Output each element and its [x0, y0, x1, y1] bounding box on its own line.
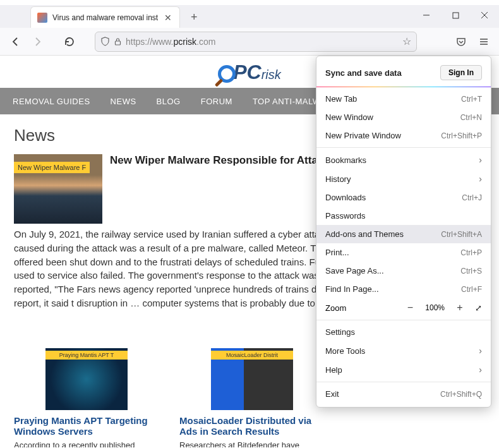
zoom-in-button[interactable]: + [454, 302, 466, 313]
menu-shortcut: Ctrl+S [460, 267, 482, 275]
chevron-right-icon: › [479, 174, 482, 184]
menu-shortcut: Ctrl+P [460, 248, 482, 257]
magnifier-icon [218, 65, 236, 83]
chevron-right-icon: › [479, 155, 482, 165]
menu-item-label: Exit [325, 389, 339, 399]
titlebar [0, 0, 499, 5]
menu-item-history[interactable]: History› [316, 169, 491, 188]
card-label: MosaicLoader Distrit [211, 351, 293, 360]
svg-rect-1 [453, 13, 459, 18]
menu-item-settings[interactable]: Settings [316, 323, 491, 341]
menu-item-label: Passwords [325, 211, 366, 221]
card-mosaic: MosaicLoader Distrit MosaicLoader Distri… [179, 348, 325, 448]
menu-item-save-page-as[interactable]: Save Page As...Ctrl+S [316, 262, 491, 280]
menu-item-bookmarks[interactable]: Bookmarks› [316, 150, 491, 169]
toolbar: https://www.pcrisk.com ☆ [0, 28, 499, 56]
url-bar[interactable]: https://www.pcrisk.com ☆ [95, 32, 417, 52]
chevron-right-icon: › [479, 365, 482, 375]
site-logo[interactable]: PCrisk [218, 61, 281, 83]
bookmark-star-icon[interactable]: ☆ [402, 35, 411, 47]
menu-shortcut: Ctrl+Shift+A [441, 230, 482, 239]
menu-item-exit[interactable]: ExitCtrl+Shift+Q [316, 385, 491, 403]
menu-item-downloads[interactable]: DownloadsCtrl+J [316, 188, 491, 207]
menu-item-more-tools[interactable]: More Tools› [316, 341, 491, 360]
nav-news[interactable]: NEWS [111, 97, 136, 106]
menu-item-add-ons-and-themes[interactable]: Add-ons and ThemesCtrl+Shift+A [316, 225, 491, 243]
minimize-button[interactable] [412, 5, 441, 25]
zoom-row: Zoom − 100% + ⤢ [316, 298, 491, 317]
menu-item-label: More Tools [325, 346, 365, 356]
app-menu: Sync and save data Sign In New TabCtrl+T… [316, 56, 491, 408]
url-domain: pcrisk [173, 37, 196, 47]
menu-header: Sync and save data Sign In [316, 60, 491, 87]
maximize-button[interactable] [441, 5, 470, 25]
lock-icon [114, 37, 122, 45]
menu-item-label: Find In Page... [325, 284, 379, 294]
tab-bar: Virus and malware removal inst ✕ + [0, 5, 499, 28]
favicon-icon [37, 13, 47, 23]
close-icon[interactable]: ✕ [163, 13, 173, 23]
close-window-button[interactable] [470, 5, 499, 25]
chevron-right-icon: › [479, 346, 482, 356]
nav-removal-guides[interactable]: REMOVAL GUIDES [13, 97, 90, 106]
url-text: https://www.pcrisk.com [126, 37, 399, 47]
menu-item-print[interactable]: Print...Ctrl+P [316, 243, 491, 262]
menu-item-label: Print... [325, 248, 349, 257]
logo-suffix: risk [262, 68, 281, 82]
menu-shortcut: Ctrl+J [462, 193, 482, 202]
zoom-label: Zoom [325, 303, 404, 313]
card-image[interactable]: Praying Mantis APT T [45, 348, 128, 410]
sign-in-button[interactable]: Sign In [440, 65, 482, 80]
pocket-icon[interactable] [451, 32, 471, 52]
logo-prefix: PC [233, 61, 261, 83]
fullscreen-icon[interactable]: ⤢ [475, 303, 482, 313]
menu-shortcut: Ctrl+N [460, 113, 482, 122]
menu-item-label: History [325, 174, 351, 184]
card-mantis: Praying Mantis APT T Praying Mantis APT … [14, 348, 159, 448]
menu-shortcut: Ctrl+F [461, 285, 482, 294]
card-title[interactable]: MosaicLoader Distributed via Ads in Sear… [179, 415, 325, 437]
menu-item-new-window[interactable]: New WindowCtrl+N [316, 108, 491, 126]
browser-tab[interactable]: Virus and malware removal inst ✕ [30, 6, 180, 28]
menu-item-label: Bookmarks [325, 155, 366, 165]
window-controls [412, 5, 499, 25]
card-image[interactable]: MosaicLoader Distrit [211, 348, 293, 410]
card-body: Researchers at Bitdefender have [179, 440, 325, 448]
article-thumbnail[interactable]: New Wiper Malware F [14, 154, 102, 224]
menu-item-find-in-page[interactable]: Find In Page...Ctrl+F [316, 280, 491, 298]
url-scheme: https://www. [126, 37, 173, 47]
url-tld: .com [196, 37, 215, 47]
menu-separator [316, 382, 491, 382]
menu-separator [316, 87, 491, 87]
reload-button[interactable] [59, 32, 80, 52]
menu-item-label: New Tab [325, 94, 357, 104]
menu-item-label: Help [325, 365, 342, 375]
card-label: Praying Mantis APT T [45, 351, 128, 360]
back-button[interactable] [5, 32, 25, 52]
menu-item-new-tab[interactable]: New TabCtrl+T [316, 90, 491, 108]
sync-label: Sync and save data [325, 68, 402, 78]
forward-button[interactable] [28, 32, 48, 52]
menu-item-passwords[interactable]: Passwords [316, 207, 491, 225]
menu-item-label: New Private Window [325, 131, 401, 140]
new-tab-button[interactable]: + [185, 8, 203, 26]
card-title[interactable]: Praying Mantis APT Targeting Windows Ser… [14, 415, 159, 437]
shield-icon [100, 37, 110, 46]
svg-rect-4 [116, 41, 121, 45]
menu-item-label: Settings [325, 327, 355, 337]
zoom-value: 100% [425, 303, 445, 312]
thumb-label: New Wiper Malware F [14, 162, 90, 173]
zoom-out-button[interactable]: − [404, 302, 416, 313]
menu-item-label: Add-ons and Themes [325, 229, 404, 239]
menu-item-label: Downloads [325, 193, 366, 202]
tab-title: Virus and malware removal inst [52, 13, 158, 22]
menu-separator [316, 147, 491, 148]
menu-shortcut: Ctrl+Shift+P [441, 131, 482, 140]
menu-item-new-private-window[interactable]: New Private WindowCtrl+Shift+P [316, 126, 491, 145]
menu-item-help[interactable]: Help› [316, 360, 491, 379]
menu-separator [316, 320, 491, 320]
menu-shortcut: Ctrl+T [461, 95, 482, 104]
nav-forum[interactable]: FORUM [201, 97, 232, 106]
hamburger-menu-button[interactable] [474, 32, 494, 52]
nav-blog[interactable]: BLOG [157, 97, 181, 106]
